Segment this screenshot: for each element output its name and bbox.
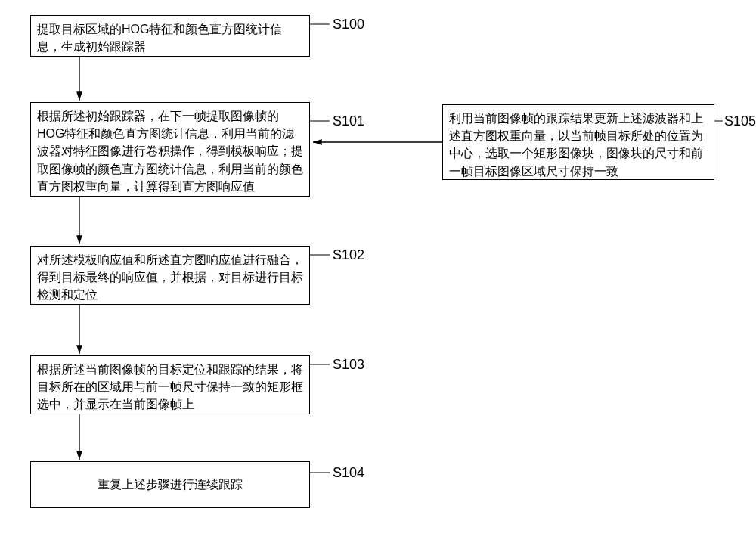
step-s105: 利用当前图像帧的跟踪结果更新上述滤波器和上述直方图权重向量，以当前帧目标所处的位… (442, 104, 714, 180)
step-s104: 重复上述步骤进行连续跟踪 (30, 461, 310, 508)
step-s100: 提取目标区域的HOG特征和颜色直方图统计信息，生成初始跟踪器 (30, 15, 310, 57)
step-s102-label: S102 (333, 247, 364, 263)
step-s103-label: S103 (333, 357, 364, 373)
step-s104-label: S104 (333, 465, 364, 481)
step-s101-text: 根据所述初始跟踪器，在下一帧提取图像帧的HOG特征和颜色直方图统计信息，利用当前… (37, 110, 303, 193)
step-s101-label: S101 (333, 113, 364, 129)
step-s100-label: S100 (333, 17, 364, 33)
step-s103: 根据所述当前图像帧的目标定位和跟踪的结果，将目标所在的区域用与前一帧尺寸保持一致… (30, 355, 310, 414)
step-s103-text: 根据所述当前图像帧的目标定位和跟踪的结果，将目标所在的区域用与前一帧尺寸保持一致… (37, 363, 303, 411)
step-s105-label: S105 (724, 113, 756, 129)
step-s102-text: 对所述模板响应值和所述直方图响应值进行融合，得到目标最终的响应值，并根据，对目标… (37, 253, 303, 301)
step-s100-text: 提取目标区域的HOG特征和颜色直方图统计信息，生成初始跟踪器 (37, 23, 282, 53)
step-s102: 对所述模板响应值和所述直方图响应值进行融合，得到目标最终的响应值，并根据，对目标… (30, 246, 310, 305)
step-s104-text: 重复上述步骤进行连续跟踪 (98, 476, 243, 493)
step-s101: 根据所述初始跟踪器，在下一帧提取图像帧的HOG特征和颜色直方图统计信息，利用当前… (30, 102, 310, 197)
step-s105-text: 利用当前图像帧的跟踪结果更新上述滤波器和上述直方图权重向量，以当前帧目标所处的位… (449, 112, 703, 178)
